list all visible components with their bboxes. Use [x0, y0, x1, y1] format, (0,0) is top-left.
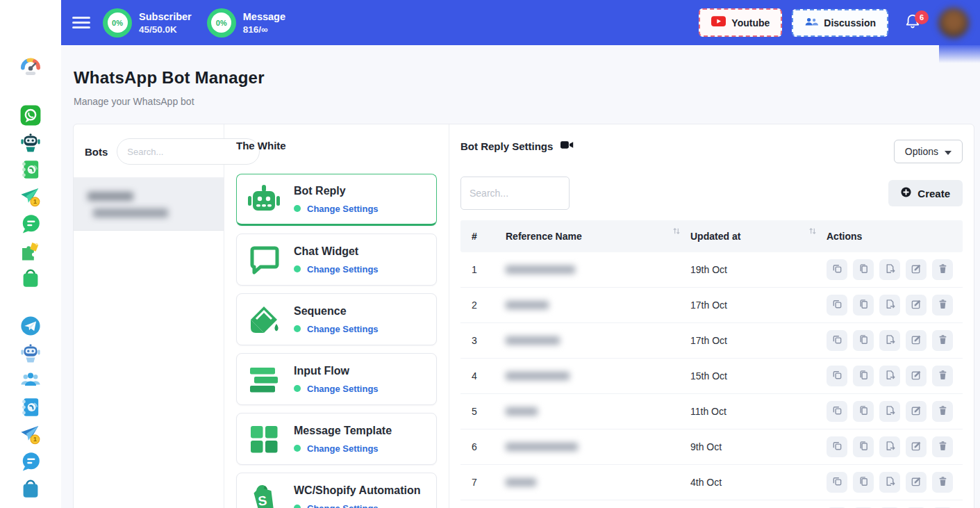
export-button[interactable] [879, 401, 900, 422]
whatsapp-icon[interactable] [17, 104, 44, 126]
telegram-broadcast-icon[interactable]: 1 [17, 423, 44, 445]
video-tutorial-icon[interactable] [560, 140, 574, 153]
change-settings-link[interactable]: Change Settings [307, 443, 379, 454]
export-button[interactable] [879, 259, 900, 280]
copy-button[interactable] [827, 330, 847, 351]
copy-button[interactable] [827, 401, 847, 422]
message-template-icon [246, 421, 282, 457]
column-header-reference-name[interactable]: Reference Name [506, 231, 690, 242]
card-title: Sequence [294, 305, 379, 318]
copy-button[interactable] [827, 366, 847, 386]
settings-card-message-template[interactable]: Message TemplateChange Settings [236, 413, 437, 465]
telegram-store-icon[interactable] [17, 477, 44, 500]
column-header-updated-at[interactable]: Updated at [690, 231, 827, 242]
change-settings-link[interactable]: Change Settings [307, 204, 379, 214]
copy-icon [831, 263, 843, 277]
bots-panel: Bots [74, 124, 224, 508]
telegram-icon[interactable] [17, 315, 44, 337]
whatsapp-store-icon[interactable] [17, 267, 44, 289]
settings-card-sequence[interactable]: SequenceChange Settings [236, 293, 437, 345]
edit-button[interactable] [906, 472, 927, 493]
telegram-chat-icon[interactable] [17, 450, 44, 473]
message-progress-percent: 0% [211, 13, 231, 33]
delete-button[interactable] [932, 401, 953, 422]
edit-button[interactable] [906, 436, 927, 457]
plus-circle-icon [901, 187, 911, 199]
duplicate-button[interactable] [853, 366, 874, 386]
notifications-button[interactable]: 6 [905, 13, 920, 33]
duplicate-button[interactable] [853, 259, 874, 280]
whatsapp-bot-icon[interactable] [17, 131, 44, 154]
edit-icon [911, 475, 922, 489]
sequence-icon [246, 302, 282, 338]
settings-card-input-flow[interactable]: Input FlowChange Settings [236, 353, 437, 405]
change-settings-link[interactable]: Change Settings [307, 264, 379, 275]
bot-reply-settings-panel: Bot Reply Settings Options Create [449, 124, 974, 508]
user-avatar[interactable] [938, 8, 969, 38]
copy-button[interactable] [827, 472, 847, 493]
table-search-input[interactable] [460, 177, 570, 210]
edit-button[interactable] [906, 330, 927, 351]
export-button[interactable] [879, 330, 900, 351]
telegram-groups-icon[interactable] [17, 369, 44, 391]
table-row: 74th Oct [460, 465, 963, 500]
export-button[interactable] [879, 295, 900, 316]
bot-settings-card-list: Bot ReplyChange SettingsChat WidgetChang… [236, 174, 437, 508]
status-dot-icon [294, 265, 301, 272]
options-button[interactable]: Options [894, 140, 963, 163]
sort-icon[interactable] [808, 227, 817, 238]
export-button[interactable] [879, 436, 900, 457]
delete-button[interactable] [932, 366, 953, 386]
row-number: 1 [472, 264, 506, 275]
updated-at-value: 11th Oct [690, 406, 827, 417]
settings-card-chat-widget[interactable]: Chat WidgetChange Settings [236, 233, 437, 286]
edit-button[interactable] [906, 295, 927, 316]
change-settings-link[interactable]: Change Settings [307, 503, 379, 508]
settings-card-bot-reply[interactable]: Bot ReplyChange Settings [236, 174, 437, 226]
delete-button[interactable] [932, 295, 953, 316]
whatsapp-broadcast-icon[interactable]: 1 [17, 186, 44, 208]
card-title: Input Flow [294, 365, 379, 377]
duplicate-icon [858, 475, 870, 489]
edit-button[interactable] [906, 401, 927, 422]
copy-button[interactable] [827, 295, 847, 316]
bot-name-redacted [88, 192, 133, 201]
delete-button[interactable] [932, 330, 953, 351]
settings-card-wc-shopify-automation[interactable]: SWC/Shopify AutomationChange Settings [236, 473, 437, 508]
delete-button[interactable] [932, 472, 953, 493]
telegram-bot-icon[interactable] [17, 342, 44, 364]
copy-icon [831, 334, 843, 347]
whatsapp-contacts-icon[interactable] [17, 158, 44, 181]
create-button-label: Create [917, 188, 950, 199]
duplicate-button[interactable] [853, 295, 874, 316]
settings-panel-title: Bot Reply Settings [460, 140, 553, 152]
export-button[interactable] [879, 366, 900, 386]
delete-button[interactable] [932, 436, 953, 457]
edit-button[interactable] [906, 366, 927, 386]
copy-button[interactable] [827, 436, 847, 457]
edit-button[interactable] [906, 259, 927, 280]
duplicate-button[interactable] [853, 330, 874, 351]
duplicate-button[interactable] [853, 472, 874, 493]
telegram-contacts-icon[interactable] [17, 396, 44, 418]
delete-button[interactable] [932, 259, 953, 280]
create-button[interactable]: Create [888, 180, 963, 206]
change-settings-link[interactable]: Change Settings [307, 384, 379, 394]
export-button[interactable] [879, 472, 900, 493]
page-subtitle: Manage your WhatsApp bot [74, 96, 967, 107]
youtube-button[interactable]: Youtube [699, 8, 782, 37]
discussion-button[interactable]: Discussion [792, 9, 888, 37]
whatsapp-integrations-icon[interactable] [17, 240, 44, 262]
duplicate-button[interactable] [853, 401, 874, 422]
sort-icon[interactable] [672, 227, 681, 238]
bots-list [74, 177, 224, 231]
copy-icon [831, 298, 843, 312]
table-row: 511th Oct [460, 394, 963, 429]
copy-button[interactable] [827, 259, 847, 280]
menu-toggle-icon[interactable] [72, 14, 90, 31]
bot-list-item-selected[interactable] [74, 177, 224, 231]
whatsapp-chat-icon[interactable] [17, 213, 44, 235]
change-settings-link[interactable]: Change Settings [307, 324, 379, 334]
dashboard-gauge-icon[interactable] [17, 56, 44, 78]
duplicate-button[interactable] [853, 436, 874, 457]
